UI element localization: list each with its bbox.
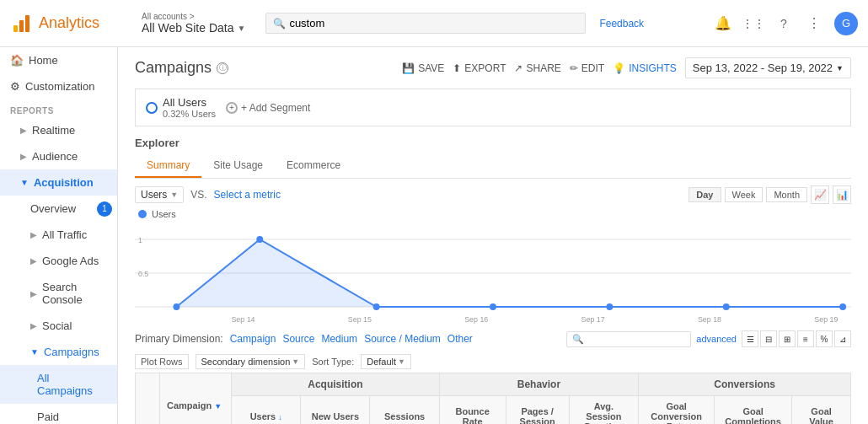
add-segment-circle-icon: + xyxy=(226,102,238,114)
th-pages-session[interactable]: Pages / Session xyxy=(506,396,569,425)
line-chart-icon-btn[interactable]: 📈 xyxy=(811,185,829,204)
svg-text:Sep 18: Sep 18 xyxy=(698,315,721,324)
th-sessions[interactable]: Sessions xyxy=(370,396,439,425)
svg-point-10 xyxy=(256,236,263,243)
svg-text:Sep 14: Sep 14 xyxy=(231,315,255,324)
search-input[interactable] xyxy=(289,17,578,30)
percent-view-btn[interactable]: % xyxy=(816,330,833,347)
svg-point-15 xyxy=(839,303,846,310)
period-day-btn[interactable]: Day xyxy=(689,187,721,202)
chart-svg: 1 0.5 Sep 14 Sep 15 Sep 16 Sep 17 Sep 18 xyxy=(135,223,851,324)
advanced-link[interactable]: advanced xyxy=(696,334,737,344)
svg-text:0.5: 0.5 xyxy=(138,270,148,278)
search-icon: 🔍 xyxy=(273,18,286,30)
apps-icon[interactable]: ⋮⋮ xyxy=(743,13,764,34)
table-search-bar: 🔍 xyxy=(566,331,691,347)
user-avatar[interactable]: G xyxy=(834,12,858,35)
segment-pct: 0.32% Users xyxy=(163,109,216,119)
th-goal-completions[interactable]: Goal Completions xyxy=(715,396,792,425)
acquisition-arrow: ▼ xyxy=(20,178,29,187)
tab-ecommerce[interactable]: Ecommerce xyxy=(275,154,352,178)
sidebar-acquisition-label: Acquisition xyxy=(34,176,94,189)
main-content: Campaigns ⓘ 💾 SAVE ⬆ EXPORT ↗ SHARE ✏ xyxy=(118,47,868,424)
tab-site-usage[interactable]: Site Usage xyxy=(201,154,275,178)
plot-rows-btn[interactable]: Plot Rows xyxy=(135,354,189,369)
edit-icon: ✏ xyxy=(570,62,578,74)
sidebar-item-search-console[interactable]: ▶ Search Console xyxy=(0,274,117,313)
period-month-btn[interactable]: Month xyxy=(766,187,807,202)
period-week-btn[interactable]: Week xyxy=(725,187,764,202)
sidebar-item-customization[interactable]: ⚙ Customization xyxy=(0,73,117,99)
customization-icon: ⚙ xyxy=(10,80,20,93)
th-conversions-group: Conversions xyxy=(639,373,851,396)
sidebar-item-realtime[interactable]: ▶ Realtime xyxy=(0,117,117,143)
th-avg-session[interactable]: Avg. Session Duration xyxy=(569,396,639,425)
table-dimension-controls: Primary Dimension: Campaign Source Mediu… xyxy=(135,330,851,347)
tab-summary[interactable]: Summary xyxy=(135,154,201,178)
th-goal-value[interactable]: Goal Value xyxy=(792,396,851,425)
bar-chart-icon-btn[interactable]: 📊 xyxy=(833,185,851,204)
notifications-icon[interactable]: 🔔 xyxy=(713,13,733,34)
share-button[interactable]: ↗ SHARE xyxy=(514,62,560,74)
th-bounce-rate[interactable]: Bounce Rate xyxy=(439,396,506,425)
sidebar-item-all-campaigns[interactable]: All Campaigns xyxy=(0,365,117,404)
sidebar-social-label: Social xyxy=(42,319,72,332)
sidebar-item-acquisition[interactable]: ▼ Acquisition xyxy=(0,169,117,196)
sidebar-home-label: Home xyxy=(29,54,58,67)
sidebar-item-home[interactable]: 🏠 Home xyxy=(0,47,117,73)
overview-badge: 1 xyxy=(97,201,112,217)
metric-dropdown[interactable]: Users ▼ xyxy=(135,186,184,203)
feedback-link[interactable]: Feedback xyxy=(599,18,644,30)
table-search-input[interactable] xyxy=(584,334,685,344)
table-view-btn[interactable]: ☰ xyxy=(742,330,758,347)
insights-button[interactable]: 💡 INSIGHTS xyxy=(613,62,677,74)
legend-dot-users xyxy=(138,210,147,218)
secondary-dim-dropdown[interactable]: Secondary dimension ▼ xyxy=(196,354,306,369)
more-icon[interactable]: ⋮ xyxy=(804,13,824,34)
sidebar-item-acq-all-traffic[interactable]: ▶ All Traffic xyxy=(0,222,117,248)
sidebar-item-acq-overview[interactable]: Overview 1 xyxy=(0,196,117,222)
date-range-picker[interactable]: Sep 13, 2022 - Sep 19, 2022 ▼ xyxy=(685,57,851,78)
explorer-tabs: Summary Site Usage Ecommerce xyxy=(135,154,851,179)
sidebar-item-audience[interactable]: ▶ Audience xyxy=(0,143,117,169)
export-button[interactable]: ⬆ EXPORT xyxy=(453,62,506,74)
content-actions: 💾 SAVE ⬆ EXPORT ↗ SHARE ✏ EDIT 💡 INS xyxy=(402,57,851,78)
save-button[interactable]: 💾 SAVE xyxy=(402,62,444,74)
dim-source-btn[interactable]: Source xyxy=(282,333,314,345)
funnel-view-btn[interactable]: ⊿ xyxy=(834,330,851,347)
sidebar-item-campaigns[interactable]: ▼ Campaigns xyxy=(0,339,117,365)
svg-rect-1 xyxy=(19,20,24,32)
sidebar-campaigns-label: Campaigns xyxy=(44,346,99,358)
dim-source-medium-btn[interactable]: Source / Medium xyxy=(364,333,441,345)
sidebar-all-campaigns-label: All Campaigns xyxy=(37,372,107,397)
svg-rect-0 xyxy=(13,25,18,32)
th-users[interactable]: Users ↓ xyxy=(232,396,301,425)
help-icon[interactable]: ? xyxy=(774,13,794,34)
segment-dot xyxy=(146,102,158,114)
sidebar-customization-label: Customization xyxy=(25,80,94,93)
sidebar-item-google-ads[interactable]: ▶ Google Ads xyxy=(0,248,117,274)
analytics-logo-icon xyxy=(10,12,34,35)
sort-type-dropdown[interactable]: Default ▼ xyxy=(361,354,411,369)
sidebar-google-ads-label: Google Ads xyxy=(42,255,99,267)
th-goal-conv-rate[interactable]: Goal Conversion Rate xyxy=(639,396,715,425)
th-campaign[interactable]: Campaign ▼ xyxy=(160,373,232,425)
sidebar-paid-keywords-label: Paid Keywords xyxy=(37,411,107,424)
logo-area: Analytics xyxy=(10,12,128,35)
realtime-arrow: ▶ xyxy=(20,126,27,135)
dim-campaign-btn[interactable]: Campaign xyxy=(230,333,276,345)
add-segment-btn[interactable]: + + Add Segment xyxy=(226,102,310,114)
dim-other-btn[interactable]: Other xyxy=(447,333,473,345)
th-new-users[interactable]: New Users xyxy=(301,396,370,425)
page-info-icon[interactable]: ⓘ xyxy=(217,62,228,74)
custom-view-btn[interactable]: ≡ xyxy=(797,330,814,347)
compare-view-btn[interactable]: ⊟ xyxy=(760,330,777,347)
sidebar-item-paid-keywords[interactable]: Paid Keywords xyxy=(0,404,117,424)
data-table: Campaign ▼ Acquisition Behavior Conversi… xyxy=(135,373,851,424)
pivot-view-btn[interactable]: ⊞ xyxy=(779,330,796,347)
dim-medium-btn[interactable]: Medium xyxy=(321,333,357,345)
select-metric-btn[interactable]: Select a metric xyxy=(214,189,281,201)
sidebar-item-social[interactable]: ▶ Social xyxy=(0,313,117,339)
edit-button[interactable]: ✏ EDIT xyxy=(570,62,604,74)
breadcrumb-main[interactable]: All Web Site Data ▼ xyxy=(142,21,245,35)
